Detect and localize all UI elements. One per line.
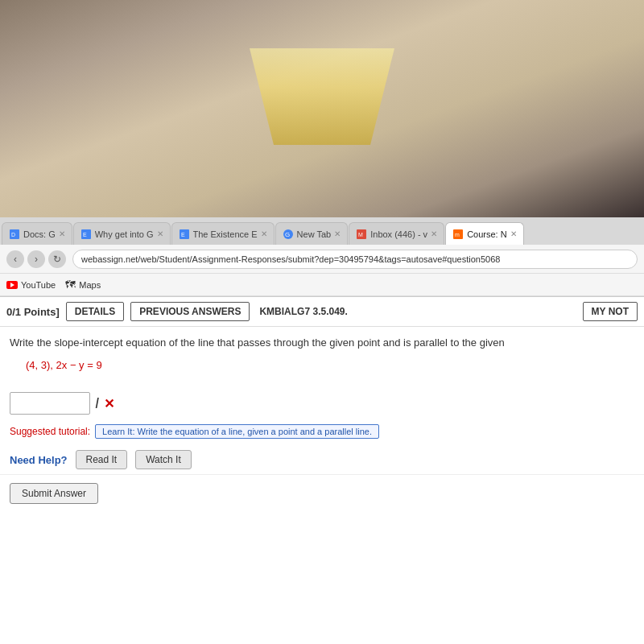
question-header: 0/1 Points] DETAILS PREVIOUS ANSWERS KMB… [0,297,644,327]
existence-favicon: E [179,229,190,240]
svg-text:E: E [181,232,185,237]
my-notes-button[interactable]: MY NOT [583,302,638,321]
question-body: Write the slope-intercept equation of th… [0,327,644,389]
course-favicon: m [452,229,464,240]
inbox-favicon: M [356,229,367,240]
tutorial-label: Suggested tutorial: [10,426,90,437]
help-row: Need Help? Read It Watch It [0,445,644,474]
svg-text:D: D [11,232,15,237]
bookmarks-bar: YouTube 🗺 Maps [0,274,644,296]
existence-tab-close[interactable]: ✕ [261,229,267,238]
tab-bar: D Docs: G ✕ E Why get into G ✕ E The Exi… [0,217,644,245]
docs-tab-label: Docs: G [23,229,56,239]
tutorial-link[interactable]: Learn It: Write the equation of a line, … [95,424,379,439]
why-tab-label: Why get into G [95,229,154,239]
existence-tab-label: The Existence E [193,229,258,239]
course-tab-label: Course: N [467,229,507,239]
answer-area: I ✕ [0,389,644,418]
math-expression: (4, 3), 2x − y = 9 [26,357,634,374]
background-photo [0,0,644,217]
forward-button[interactable]: › [27,250,45,268]
tab-existence[interactable]: E The Existence E ✕ [171,222,275,245]
svg-text:G: G [285,231,290,238]
nav-buttons: ‹ › ↻ [6,250,66,268]
bookmark-youtube[interactable]: YouTube [6,280,56,290]
inbox-tab-close[interactable]: ✕ [431,229,437,238]
maps-icon: 🗺 [65,279,76,291]
need-help-label: Need Help? [10,454,68,466]
submit-answer-button[interactable]: Submit Answer [10,483,98,504]
youtube-icon [6,281,18,289]
svg-text:M: M [358,232,363,237]
read-it-button[interactable]: Read It [76,450,128,469]
question-text: Write the slope-intercept equation of th… [10,335,634,351]
youtube-play-triangle [10,283,14,287]
svg-text:m: m [455,232,460,237]
cursor-indicator: I [95,395,99,412]
docs-tab-close[interactable]: ✕ [59,229,65,238]
points-label: 0/1 Points] [6,306,60,318]
newtab-tab-label: New Tab [297,229,332,239]
address-input[interactable] [72,250,638,269]
watch-it-button[interactable]: Watch It [135,450,192,469]
why-tab-close[interactable]: ✕ [157,229,163,238]
back-button[interactable]: ‹ [6,250,24,268]
content-area: 0/1 Points] DETAILS PREVIOUS ANSWERS KMB… [0,297,644,512]
newtab-favicon: G [283,229,294,240]
answer-input[interactable] [10,392,90,415]
reload-button[interactable]: ↻ [48,250,66,268]
inbox-tab-label: Inbox (446) - v [370,229,427,239]
question-id: KMBIALG7 3.5.049. [259,306,347,317]
details-button[interactable]: DETAILS [66,302,124,321]
tab-why-get-into[interactable]: E Why get into G ✕ [73,222,171,245]
tab-course[interactable]: m Course: N ✕ [445,222,524,245]
course-tab-close[interactable]: ✕ [510,229,517,238]
svg-text:E: E [83,232,87,237]
youtube-label: YouTube [21,280,56,290]
docs-favicon: D [9,229,20,240]
error-x-icon: ✕ [104,396,114,411]
browser-chrome: D Docs: G ✕ E Why get into G ✕ E The Exi… [0,217,644,297]
address-bar-row: ‹ › ↻ [0,245,644,274]
submit-row: Submit Answer [0,474,644,512]
why-favicon: E [80,229,92,240]
previous-answers-button[interactable]: PREVIOUS ANSWERS [130,302,250,321]
tab-newtab[interactable]: G New Tab ✕ [275,222,349,245]
bookmark-maps[interactable]: 🗺 Maps [65,279,101,291]
tab-docs[interactable]: D Docs: G ✕ [2,222,72,245]
tab-inbox[interactable]: M Inbox (446) - v ✕ [349,222,444,245]
newtab-tab-close[interactable]: ✕ [334,229,341,238]
maps-label: Maps [79,280,101,290]
tutorial-row: Suggested tutorial: Learn It: Write the … [0,418,644,445]
